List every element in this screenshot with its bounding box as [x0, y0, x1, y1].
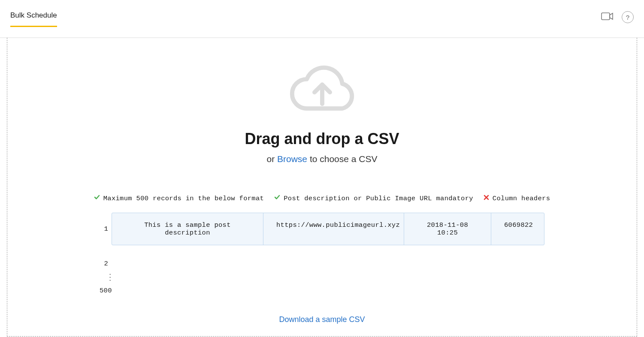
- sample-table: 1 This is a sample post description http…: [100, 213, 544, 295]
- download-sample-link[interactable]: Download a sample CSV: [279, 315, 365, 324]
- cell-image-url: https://www.publicimageurl.xyz: [263, 213, 404, 245]
- rule-description-mandatory: Post description or Public Image URL man…: [274, 194, 473, 202]
- svg-rect-0: [602, 13, 610, 20]
- rule-text-3: Column headers: [493, 195, 550, 202]
- row-number: 2: [100, 260, 112, 268]
- header-tabs: Bulk Schedule: [10, 0, 57, 27]
- tab-bulk-schedule[interactable]: Bulk Schedule: [10, 11, 57, 27]
- drop-zone-subtitle: or Browse to choose a CSV: [267, 154, 378, 164]
- check-icon: [94, 194, 100, 202]
- x-icon: [484, 195, 489, 202]
- csv-drop-zone[interactable]: Drag and drop a CSV or Browse to choose …: [7, 38, 637, 337]
- cloud-upload-icon: [284, 57, 361, 121]
- content-area: Drag and drop a CSV or Browse to choose …: [0, 38, 644, 337]
- rule-max-records: Maximum 500 records in the below format: [94, 194, 264, 202]
- rule-text-2: Post description or Public Image URL man…: [284, 195, 473, 202]
- video-icon[interactable]: [601, 12, 613, 22]
- subtitle-prefix: or: [267, 154, 278, 164]
- row-ellipsis: ...: [100, 272, 544, 281]
- cell-id: 6069822: [491, 213, 544, 245]
- sample-row-1: 1 This is a sample post description http…: [100, 213, 544, 245]
- rule-text-1: Maximum 500 records in the below format: [103, 195, 264, 202]
- browse-link[interactable]: Browse: [277, 154, 307, 164]
- cell-datetime: 2018-11-08 10:25: [404, 213, 491, 245]
- drop-zone-title: Drag and drop a CSV: [245, 130, 399, 148]
- row-number: 1: [100, 225, 112, 233]
- sample-cells: This is a sample post description https:…: [112, 213, 544, 245]
- sample-row-500: 500: [100, 287, 544, 295]
- format-rules: Maximum 500 records in the below format …: [94, 194, 550, 202]
- page-header: Bulk Schedule ?: [0, 0, 644, 38]
- header-actions: ?: [601, 0, 634, 23]
- subtitle-suffix: to choose a CSV: [307, 154, 377, 164]
- cell-description: This is a sample post description: [112, 213, 263, 245]
- rule-no-headers: Column headers: [484, 194, 550, 202]
- check-icon: [274, 194, 280, 202]
- row-number: 500: [100, 287, 115, 295]
- help-icon[interactable]: ?: [622, 11, 634, 23]
- sample-row-2: 2: [100, 260, 544, 268]
